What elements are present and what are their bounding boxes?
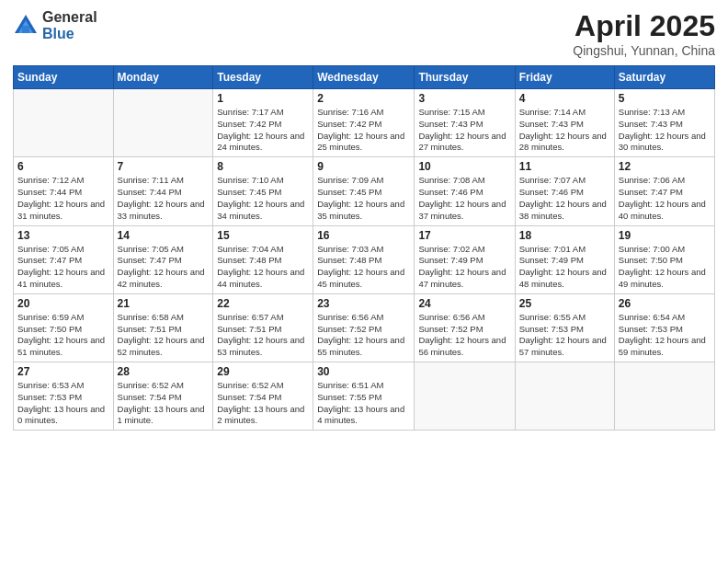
calendar-cell: 27Sunrise: 6:53 AM Sunset: 7:53 PM Dayli… bbox=[14, 362, 114, 431]
day-number: 25 bbox=[519, 297, 610, 310]
day-info: Sunrise: 7:16 AM Sunset: 7:42 PM Dayligh… bbox=[317, 107, 410, 154]
calendar-cell: 18Sunrise: 7:01 AM Sunset: 7:49 PM Dayli… bbox=[515, 225, 614, 293]
calendar-cell: 28Sunrise: 6:52 AM Sunset: 7:54 PM Dayli… bbox=[113, 362, 213, 431]
day-info: Sunrise: 6:55 AM Sunset: 7:53 PM Dayligh… bbox=[519, 312, 610, 359]
day-info: Sunrise: 7:04 AM Sunset: 7:48 PM Dayligh… bbox=[217, 244, 309, 291]
day-number: 8 bbox=[217, 160, 309, 173]
day-info: Sunrise: 7:05 AM Sunset: 7:47 PM Dayligh… bbox=[17, 244, 109, 291]
header-day-sunday: Sunday bbox=[14, 66, 114, 89]
header-row: SundayMondayTuesdayWednesdayThursdayFrid… bbox=[14, 66, 715, 89]
day-number: 14 bbox=[118, 229, 210, 242]
day-info: Sunrise: 7:02 AM Sunset: 7:49 PM Dayligh… bbox=[418, 244, 510, 291]
week-row-1: 1Sunrise: 7:17 AM Sunset: 7:42 PM Daylig… bbox=[14, 89, 715, 157]
week-row-2: 6Sunrise: 7:12 AM Sunset: 7:44 PM Daylig… bbox=[14, 157, 715, 225]
day-number: 10 bbox=[418, 160, 510, 173]
header-day-thursday: Thursday bbox=[415, 66, 515, 89]
day-info: Sunrise: 6:52 AM Sunset: 7:54 PM Dayligh… bbox=[217, 380, 309, 427]
calendar-cell: 10Sunrise: 7:08 AM Sunset: 7:46 PM Dayli… bbox=[415, 157, 515, 225]
day-info: Sunrise: 7:12 AM Sunset: 7:44 PM Dayligh… bbox=[17, 175, 109, 222]
calendar-cell: 6Sunrise: 7:12 AM Sunset: 7:44 PM Daylig… bbox=[14, 157, 114, 225]
day-number: 1 bbox=[217, 92, 309, 105]
day-number: 27 bbox=[17, 365, 109, 378]
day-number: 12 bbox=[619, 160, 711, 173]
calendar-cell: 26Sunrise: 6:54 AM Sunset: 7:53 PM Dayli… bbox=[614, 293, 714, 362]
header-day-wednesday: Wednesday bbox=[313, 66, 415, 89]
calendar-cell: 21Sunrise: 6:58 AM Sunset: 7:51 PM Dayli… bbox=[113, 293, 213, 362]
title-block: April 2025 Qingshui, Yunnan, China bbox=[573, 9, 715, 58]
day-info: Sunrise: 6:51 AM Sunset: 7:55 PM Dayligh… bbox=[317, 380, 410, 427]
header: General Blue April 2025 Qingshui, Yunnan… bbox=[13, 9, 715, 58]
calendar-cell: 16Sunrise: 7:03 AM Sunset: 7:48 PM Dayli… bbox=[313, 225, 415, 293]
calendar-cell: 14Sunrise: 7:05 AM Sunset: 7:47 PM Dayli… bbox=[113, 225, 213, 293]
calendar-cell: 5Sunrise: 7:13 AM Sunset: 7:43 PM Daylig… bbox=[614, 89, 714, 157]
header-day-saturday: Saturday bbox=[614, 66, 714, 89]
day-number: 30 bbox=[317, 365, 410, 378]
day-info: Sunrise: 7:05 AM Sunset: 7:47 PM Dayligh… bbox=[118, 244, 210, 291]
header-day-tuesday: Tuesday bbox=[213, 66, 313, 89]
location: Qingshui, Yunnan, China bbox=[573, 43, 715, 58]
day-info: Sunrise: 7:08 AM Sunset: 7:46 PM Dayligh… bbox=[418, 175, 510, 222]
week-row-4: 20Sunrise: 6:59 AM Sunset: 7:50 PM Dayli… bbox=[14, 293, 715, 362]
day-number: 19 bbox=[619, 229, 711, 242]
day-info: Sunrise: 6:53 AM Sunset: 7:53 PM Dayligh… bbox=[17, 380, 109, 427]
day-info: Sunrise: 7:06 AM Sunset: 7:47 PM Dayligh… bbox=[619, 175, 711, 222]
header-day-friday: Friday bbox=[515, 66, 614, 89]
calendar-cell: 1Sunrise: 7:17 AM Sunset: 7:42 PM Daylig… bbox=[213, 89, 313, 157]
day-number: 11 bbox=[519, 160, 610, 173]
calendar-cell: 7Sunrise: 7:11 AM Sunset: 7:44 PM Daylig… bbox=[113, 157, 213, 225]
day-number: 15 bbox=[217, 229, 309, 242]
day-info: Sunrise: 6:57 AM Sunset: 7:51 PM Dayligh… bbox=[217, 312, 309, 359]
day-info: Sunrise: 7:10 AM Sunset: 7:45 PM Dayligh… bbox=[217, 175, 309, 222]
calendar-cell: 29Sunrise: 6:52 AM Sunset: 7:54 PM Dayli… bbox=[213, 362, 313, 431]
calendar-cell: 23Sunrise: 6:56 AM Sunset: 7:52 PM Dayli… bbox=[313, 293, 415, 362]
day-number: 6 bbox=[17, 160, 109, 173]
day-info: Sunrise: 6:52 AM Sunset: 7:54 PM Dayligh… bbox=[118, 380, 210, 427]
day-number: 29 bbox=[217, 365, 309, 378]
calendar-table: SundayMondayTuesdayWednesdayThursdayFrid… bbox=[13, 65, 715, 431]
calendar-cell: 12Sunrise: 7:06 AM Sunset: 7:47 PM Dayli… bbox=[614, 157, 714, 225]
day-info: Sunrise: 7:07 AM Sunset: 7:46 PM Dayligh… bbox=[519, 175, 610, 222]
calendar-cell bbox=[113, 89, 213, 157]
calendar-header: SundayMondayTuesdayWednesdayThursdayFrid… bbox=[14, 66, 715, 89]
day-info: Sunrise: 7:11 AM Sunset: 7:44 PM Dayligh… bbox=[118, 175, 210, 222]
day-number: 4 bbox=[519, 92, 610, 105]
calendar-cell: 30Sunrise: 6:51 AM Sunset: 7:55 PM Dayli… bbox=[313, 362, 415, 431]
calendar-cell: 3Sunrise: 7:15 AM Sunset: 7:43 PM Daylig… bbox=[415, 89, 515, 157]
calendar-cell: 4Sunrise: 7:14 AM Sunset: 7:43 PM Daylig… bbox=[515, 89, 614, 157]
day-number: 22 bbox=[217, 297, 309, 310]
day-info: Sunrise: 6:56 AM Sunset: 7:52 PM Dayligh… bbox=[418, 312, 510, 359]
day-number: 17 bbox=[418, 229, 510, 242]
day-number: 28 bbox=[118, 365, 210, 378]
calendar-body: 1Sunrise: 7:17 AM Sunset: 7:42 PM Daylig… bbox=[14, 89, 715, 431]
day-number: 9 bbox=[317, 160, 410, 173]
calendar-cell: 2Sunrise: 7:16 AM Sunset: 7:42 PM Daylig… bbox=[313, 89, 415, 157]
day-number: 21 bbox=[118, 297, 210, 310]
calendar-cell bbox=[14, 89, 114, 157]
calendar-cell bbox=[614, 362, 714, 431]
calendar-cell: 15Sunrise: 7:04 AM Sunset: 7:48 PM Dayli… bbox=[213, 225, 313, 293]
logo-blue: Blue bbox=[42, 26, 97, 42]
day-number: 20 bbox=[17, 297, 109, 310]
logo-icon bbox=[13, 13, 39, 39]
day-number: 7 bbox=[118, 160, 210, 173]
header-day-monday: Monday bbox=[113, 66, 213, 89]
day-info: Sunrise: 7:01 AM Sunset: 7:49 PM Dayligh… bbox=[519, 244, 610, 291]
day-number: 2 bbox=[317, 92, 410, 105]
day-number: 24 bbox=[418, 297, 510, 310]
day-number: 18 bbox=[519, 229, 610, 242]
day-number: 26 bbox=[619, 297, 711, 310]
day-number: 3 bbox=[418, 92, 510, 105]
day-info: Sunrise: 6:56 AM Sunset: 7:52 PM Dayligh… bbox=[317, 312, 410, 359]
calendar-cell bbox=[515, 362, 614, 431]
week-row-5: 27Sunrise: 6:53 AM Sunset: 7:53 PM Dayli… bbox=[14, 362, 715, 431]
calendar-cell: 19Sunrise: 7:00 AM Sunset: 7:50 PM Dayli… bbox=[614, 225, 714, 293]
logo: General Blue bbox=[13, 9, 97, 41]
day-info: Sunrise: 6:58 AM Sunset: 7:51 PM Dayligh… bbox=[118, 312, 210, 359]
calendar-cell: 9Sunrise: 7:09 AM Sunset: 7:45 PM Daylig… bbox=[313, 157, 415, 225]
logo-text: General Blue bbox=[42, 9, 97, 41]
calendar-cell: 13Sunrise: 7:05 AM Sunset: 7:47 PM Dayli… bbox=[14, 225, 114, 293]
week-row-3: 13Sunrise: 7:05 AM Sunset: 7:47 PM Dayli… bbox=[14, 225, 715, 293]
calendar-cell: 20Sunrise: 6:59 AM Sunset: 7:50 PM Dayli… bbox=[14, 293, 114, 362]
calendar-cell: 22Sunrise: 6:57 AM Sunset: 7:51 PM Dayli… bbox=[213, 293, 313, 362]
day-info: Sunrise: 7:13 AM Sunset: 7:43 PM Dayligh… bbox=[619, 107, 711, 154]
